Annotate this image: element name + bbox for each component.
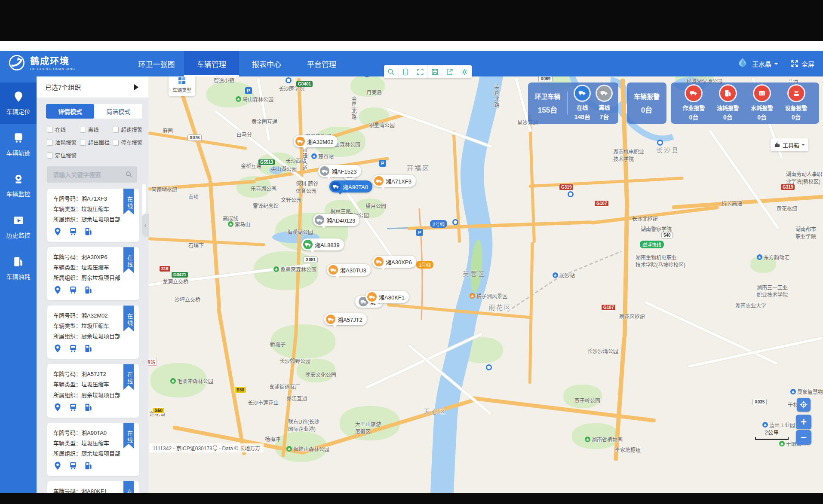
- pin-icon[interactable]: [53, 344, 62, 354]
- map-label-text: 麓谷站: [318, 153, 334, 160]
- pin-icon[interactable]: [53, 286, 62, 296]
- bus-icon[interactable]: [69, 286, 77, 296]
- vehicle-marker[interactable]: 湘A90TA0: [329, 180, 372, 192]
- pin-icon[interactable]: [53, 227, 62, 238]
- user-name: 王水晶: [752, 59, 771, 68]
- parking-icon: P: [379, 160, 386, 167]
- vehicle-card[interactable]: 车牌号码：湘A71XF3 车辆类型：垃圾压缩车 所属组织：厨余垃圾项目部 在线: [47, 189, 139, 242]
- fuel-icon[interactable]: [84, 286, 93, 296]
- settings-tool[interactable]: [457, 65, 472, 78]
- vehicle-type-button[interactable]: 车辆类型: [169, 74, 195, 96]
- map-label: 石埔下: [188, 241, 204, 249]
- expand-tool[interactable]: [413, 65, 428, 78]
- map-label: 智造小镇: [214, 76, 234, 84]
- vehicle-marker[interactable]: 湘AL8839: [301, 238, 344, 250]
- map-label: 湖南三一工业职业技术学院: [757, 284, 788, 298]
- map-label: ▲橘子洲风景区: [470, 292, 507, 299]
- tab-mode-2[interactable]: 简洁模式: [94, 104, 142, 119]
- vehicle-card[interactable]: 车牌号码：湘A32M02 车辆类型：垃圾压缩车 所属组织：厨余垃圾项目部 在线: [47, 305, 139, 359]
- nav-tab-1[interactable]: 环卫一张图: [129, 51, 184, 76]
- share-tool[interactable]: [442, 65, 457, 78]
- vehicle-card[interactable]: 车牌号码：湘A90TA0 车辆类型：垃圾压缩车 所属组织：厨余垃圾项目部 在线: [47, 423, 139, 476]
- fuel-icon[interactable]: [84, 403, 93, 413]
- bus-icon[interactable]: [69, 344, 77, 354]
- green-poi-icon: ▲: [585, 437, 590, 442]
- tab-mode-1[interactable]: 详情模式: [46, 104, 94, 119]
- filter-checkbox[interactable]: 停车报警: [113, 138, 146, 147]
- truck-icon: [295, 137, 305, 146]
- bottom-letterbox: [0, 493, 823, 504]
- metro-station-icon: [486, 364, 492, 370]
- checkbox-icon[interactable]: [80, 127, 86, 133]
- bus-icon[interactable]: [69, 461, 77, 472]
- map-label: ▲索马山: [228, 220, 250, 228]
- toolbox-button[interactable]: 工具箱: [771, 138, 808, 151]
- checkbox-icon[interactable]: [47, 153, 53, 159]
- org-expand-icon[interactable]: [134, 84, 141, 90]
- vehicle-marker[interactable]: 湘A32M02: [294, 135, 338, 147]
- avatar[interactable]: [737, 57, 748, 70]
- tablet-tool[interactable]: [399, 65, 413, 78]
- sidebar-item-bus[interactable]: 车辆轨迹: [0, 124, 37, 165]
- vehicle-marker[interactable]: 湘A30XP6: [372, 256, 416, 268]
- nav-tab-2[interactable]: 车辆管理: [184, 51, 239, 76]
- filter-checkbox[interactable]: 超速报警: [113, 125, 146, 134]
- sidebar-item-fuel[interactable]: 车辆油耗: [0, 247, 37, 289]
- pin-icon[interactable]: [53, 403, 62, 413]
- checkbox-icon[interactable]: [47, 140, 53, 146]
- checkbox-icon[interactable]: [113, 140, 119, 146]
- alarm-label: 作业报警: [682, 104, 705, 112]
- zoom-in-button[interactable]: +: [796, 415, 811, 429]
- road-shield: X081: [304, 257, 318, 263]
- filter-checkbox[interactable]: 离线: [80, 125, 113, 134]
- pin-icon[interactable]: [53, 461, 62, 472]
- vehicle-marker[interactable]: 湘A30TU3: [327, 264, 371, 276]
- map-label-text: 天心区: [424, 406, 447, 415]
- vehicle-marker[interactable]: 湘A80KF1: [365, 291, 409, 303]
- grid-icon: [178, 77, 186, 85]
- map-label: 长沙市莲花山: [248, 399, 279, 406]
- bus-icon[interactable]: [69, 403, 77, 413]
- filter-checkbox[interactable]: 在线: [47, 125, 80, 134]
- vehicle-marker[interactable]: 湘A57JT2: [324, 313, 367, 325]
- map-label: 金星北路: [350, 96, 357, 120]
- vehicle-card[interactable]: 车牌号码：湘A30XP6 车辆类型：垃圾压缩车 所属组织：厨余垃圾项目部 在线: [47, 247, 139, 300]
- search-input[interactable]: 请输入关键字搜索: [47, 166, 137, 183]
- truck-icon: [331, 182, 341, 191]
- locate-button[interactable]: [797, 398, 811, 412]
- panel-collapse-button[interactable]: ‹: [142, 214, 149, 237]
- roadnet-search-tool[interactable]: [384, 65, 399, 78]
- org-selector[interactable]: 已选7个组织: [37, 76, 148, 98]
- filter-checkbox[interactable]: 超出围栏: [80, 138, 113, 147]
- fleet-value: 155台: [528, 104, 567, 115]
- filter-checkbox[interactable]: 油耗报警: [47, 138, 80, 147]
- fuel-icon[interactable]: [84, 344, 93, 354]
- vehicle-marker[interactable]: 湘A71XF3: [372, 175, 416, 187]
- vehicle-card[interactable]: 车牌号码：湘A57JT2 车辆类型：垃圾压缩车 所属组织：厨余垃圾项目部 在线: [47, 364, 139, 417]
- zoom-out-button[interactable]: −: [796, 430, 811, 445]
- vehicle-marker[interactable]: 湘AD40123: [313, 214, 359, 226]
- bus-icon[interactable]: [69, 227, 77, 238]
- vehicle-marker[interactable]: 湘AF1523: [318, 165, 361, 177]
- map-label-text: 长沙站: [559, 272, 575, 279]
- sidebar-item-pin[interactable]: 车辆定位: [0, 82, 37, 124]
- blue-poi-icon: ▲: [762, 422, 768, 428]
- sidebar-item-play[interactable]: 历史监控: [0, 206, 37, 247]
- org-summary: 已选7个组织: [45, 82, 81, 92]
- filter-checkboxes: 在线离线超速报警油耗报警超出围栏停车报警定位报警: [47, 125, 146, 159]
- fuel-icon[interactable]: [84, 461, 93, 472]
- save-tool[interactable]: [428, 65, 442, 78]
- checkbox-icon[interactable]: [47, 127, 53, 133]
- user-menu[interactable]: 王水晶: [752, 59, 778, 68]
- vehicle-card[interactable]: 车牌号码：湘A80KF1 车辆类型：垃圾压缩车 所属组织：厨余垃圾项目部 在线: [47, 481, 139, 493]
- fullscreen-button[interactable]: 全屏: [790, 59, 814, 68]
- checkbox-icon[interactable]: [113, 127, 119, 133]
- sidebar-item-cam[interactable]: 车辆监控: [0, 165, 37, 206]
- filter-checkbox[interactable]: 定位报警: [47, 151, 80, 159]
- fuel-icon[interactable]: [84, 227, 93, 238]
- nav-tab-3[interactable]: 报表中心: [239, 51, 294, 76]
- search-icon[interactable]: [125, 171, 133, 178]
- checkbox-icon[interactable]: [80, 140, 86, 146]
- nav-tab-4[interactable]: 平台管理: [294, 51, 349, 76]
- marker-plate: 湘AD40123: [326, 216, 355, 224]
